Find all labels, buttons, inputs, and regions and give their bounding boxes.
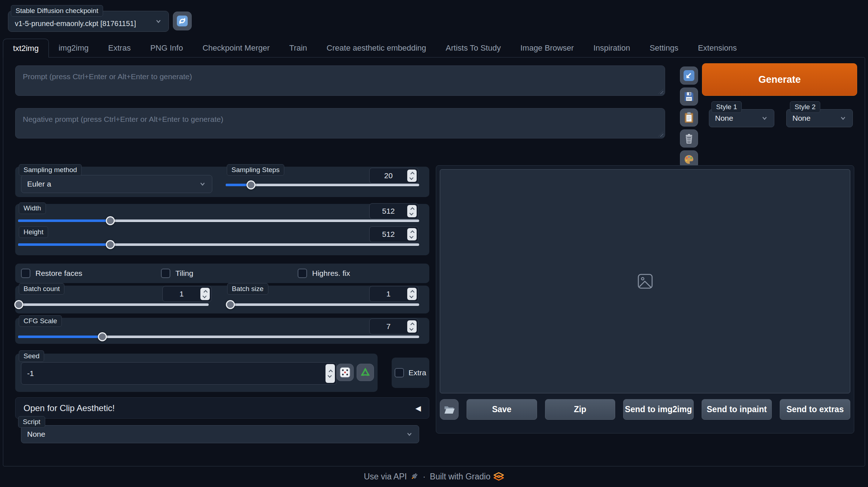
prompt-tools xyxy=(680,67,698,168)
sampling-method-label: Sampling method xyxy=(19,164,82,176)
height-slider[interactable] xyxy=(18,242,419,247)
height-input[interactable]: 512 xyxy=(369,226,418,242)
tab-inspiration[interactable]: Inspiration xyxy=(584,39,640,57)
style2-value: None xyxy=(792,114,839,123)
highres-fix-checkbox[interactable] xyxy=(298,269,307,278)
palette-icon xyxy=(683,154,695,165)
recycle-icon xyxy=(360,367,371,378)
cfg-scale-label: CFG Scale xyxy=(19,315,62,327)
tab-img2img[interactable]: img2img xyxy=(49,39,98,57)
tab-train[interactable]: Train xyxy=(280,39,317,57)
clipboard-icon xyxy=(683,112,695,123)
batch-count-input[interactable]: 1 xyxy=(162,286,212,302)
tiling-option: Tiling xyxy=(161,269,193,278)
slider-thumb[interactable] xyxy=(106,216,115,225)
cfg-scale-value: 7 xyxy=(370,322,407,331)
number-spinner[interactable] xyxy=(200,288,210,300)
accordion-collapse-icon: ◀ xyxy=(416,404,421,413)
tab-settings[interactable]: Settings xyxy=(640,39,688,57)
batch-size-label: Batch size xyxy=(227,283,268,295)
reuse-seed-button[interactable] xyxy=(357,364,374,381)
paste-params-button[interactable] xyxy=(680,67,698,85)
generate-button[interactable]: Generate xyxy=(702,63,857,96)
refresh-checkpoint-button[interactable] xyxy=(173,12,192,30)
number-spinner[interactable] xyxy=(407,320,417,333)
clear-prompt-button[interactable] xyxy=(680,129,698,148)
sampling-method-select[interactable]: Euler a xyxy=(21,175,212,193)
send-to-inpaint-button[interactable]: Send to inpaint xyxy=(702,399,772,420)
number-spinner[interactable] xyxy=(407,205,417,217)
footer: Use via API · Built with Gradio xyxy=(0,470,868,483)
tab-txt2img[interactable]: txt2img xyxy=(3,39,49,57)
random-seed-button[interactable] xyxy=(336,364,354,381)
tab-artists-to-study[interactable]: Artists To Study xyxy=(436,39,510,57)
tab-extras[interactable]: Extras xyxy=(98,39,140,57)
slider-fill xyxy=(18,336,102,338)
number-spinner[interactable] xyxy=(326,364,335,383)
prompt-textarea-wrap xyxy=(15,65,665,96)
height-label: Height xyxy=(19,226,48,238)
batch-count-label: Batch count xyxy=(19,283,64,295)
width-slider[interactable] xyxy=(18,218,419,223)
seed-input[interactable]: -1 xyxy=(21,362,337,385)
clip-aesthetic-accordion[interactable]: Open for Clip Aesthetic! ◀ xyxy=(15,397,429,419)
open-folder-button[interactable] xyxy=(440,399,459,420)
image-placeholder-icon xyxy=(637,273,654,290)
slider-track[interactable] xyxy=(230,303,419,306)
tab-extensions[interactable]: Extensions xyxy=(688,39,747,57)
negative-prompt-input[interactable] xyxy=(15,108,665,138)
prompt-input[interactable] xyxy=(15,65,665,96)
save-button[interactable]: Save xyxy=(467,399,537,420)
script-label: Script xyxy=(18,416,45,428)
tab-checkpoint-merger[interactable]: Checkpoint Merger xyxy=(193,39,280,57)
highres-fix-option: Highres. fix xyxy=(298,269,350,278)
tiling-checkbox[interactable] xyxy=(161,269,170,278)
width-label: Width xyxy=(19,202,46,214)
negative-prompt-textarea-wrap xyxy=(15,108,665,138)
width-input[interactable]: 512 xyxy=(369,203,418,219)
restore-faces-checkbox[interactable] xyxy=(21,269,30,278)
slider-track[interactable] xyxy=(19,303,209,306)
floppy-disk-icon xyxy=(683,91,695,102)
batch-count-slider[interactable] xyxy=(19,302,209,307)
chevron-down-icon xyxy=(839,115,847,122)
number-spinner[interactable] xyxy=(407,228,417,240)
extra-seed-checkbox[interactable] xyxy=(395,368,404,377)
cfg-scale-slider[interactable] xyxy=(18,334,419,339)
slider-thumb[interactable] xyxy=(226,300,235,309)
refresh-icon xyxy=(176,15,188,27)
result-gallery[interactable] xyxy=(440,169,850,393)
script-select[interactable]: None xyxy=(21,425,419,443)
number-spinner[interactable] xyxy=(407,288,417,300)
tab-png-info[interactable]: PNG Info xyxy=(140,39,192,57)
use-via-api-link[interactable]: Use via API xyxy=(364,472,418,482)
slider-thumb[interactable] xyxy=(106,240,115,249)
extra-seed-label: Extra xyxy=(408,368,426,377)
sampling-steps-input[interactable]: 20 xyxy=(369,168,418,184)
style2-label: Style 2 xyxy=(790,101,820,113)
slider-thumb[interactable] xyxy=(98,332,107,341)
cfg-scale-input[interactable]: 7 xyxy=(369,319,418,334)
built-with-gradio-link[interactable]: Built with Gradio xyxy=(430,472,504,482)
sampling-panel: Sampling method Euler a Sampling Steps 2… xyxy=(15,167,429,197)
batch-size-input[interactable]: 1 xyxy=(369,286,418,302)
checkpoint-label: Stable Diffusion checkpoint xyxy=(11,5,103,17)
slider-thumb[interactable] xyxy=(14,300,24,309)
restore-faces-option: Restore faces xyxy=(21,269,82,278)
send-to-img2img-button[interactable]: Send to img2img xyxy=(623,399,694,420)
tab-create-aesthetic-embedding[interactable]: Create aesthetic embedding xyxy=(317,39,436,57)
send-to-extras-button[interactable]: Send to extras xyxy=(780,399,850,420)
parameters-column: Sampling method Euler a Sampling Steps 2… xyxy=(15,165,429,451)
save-style-button[interactable] xyxy=(680,87,698,106)
apply-style-button[interactable] xyxy=(680,108,698,127)
slider-thumb[interactable] xyxy=(246,180,255,189)
main-tabs: txt2img img2img Extras PNG Info Checkpoi… xyxy=(3,39,746,57)
batch-size-slider[interactable] xyxy=(230,302,419,307)
zip-button[interactable]: Zip xyxy=(545,399,616,420)
style1-value: None xyxy=(715,114,761,123)
sampling-steps-value: 20 xyxy=(370,171,407,180)
sampling-steps-slider[interactable] xyxy=(226,182,419,188)
plug-icon xyxy=(410,472,418,481)
tab-image-browser[interactable]: Image Browser xyxy=(511,39,584,57)
number-spinner[interactable] xyxy=(407,170,417,182)
